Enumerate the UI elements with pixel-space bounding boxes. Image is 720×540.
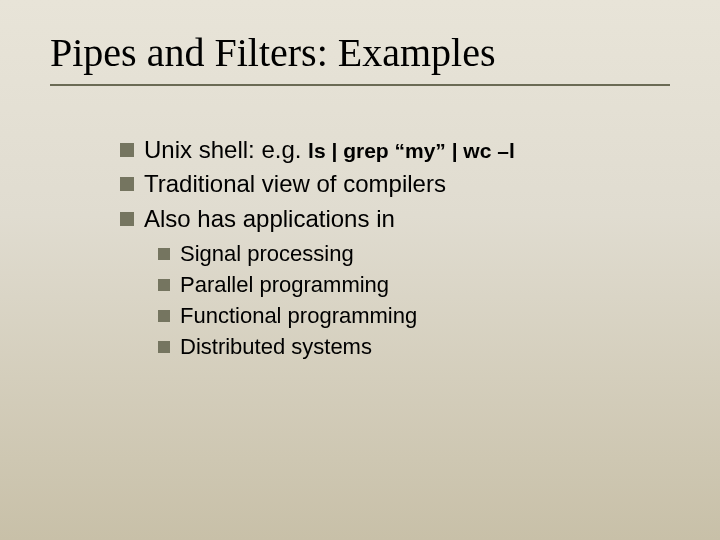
sub-bullet-text: Functional programming <box>180 301 417 332</box>
sub-bullet-text: Parallel programming <box>180 270 389 301</box>
bullet-prefix: Unix shell: e.g. <box>144 136 308 163</box>
bullet-text: Also has applications in <box>144 203 395 235</box>
bullet-list: Unix shell: e.g. ls | grep “my” | wc –l … <box>120 134 670 235</box>
bullet-item: Also has applications in <box>120 203 670 235</box>
bullet-icon <box>158 248 170 260</box>
bullet-text: Traditional view of compilers <box>144 168 446 200</box>
title-rule <box>50 84 670 86</box>
sub-bullet-text: Distributed systems <box>180 332 372 363</box>
bullet-icon <box>120 177 134 191</box>
bullet-item: Unix shell: e.g. ls | grep “my” | wc –l <box>120 134 670 166</box>
slide-title: Pipes and Filters: Examples <box>50 30 670 76</box>
bullet-icon <box>158 279 170 291</box>
bullet-icon <box>158 310 170 322</box>
sub-bullet-item: Functional programming <box>158 301 670 332</box>
sub-bullet-list: Signal processing Parallel programming F… <box>158 239 670 362</box>
bullet-icon <box>120 212 134 226</box>
sub-bullet-item: Distributed systems <box>158 332 670 363</box>
sub-bullet-text: Signal processing <box>180 239 354 270</box>
bullet-text: Unix shell: e.g. ls | grep “my” | wc –l <box>144 134 515 166</box>
bullet-code: ls | grep “my” | wc –l <box>308 139 515 162</box>
bullet-icon <box>120 143 134 157</box>
sub-bullet-item: Signal processing <box>158 239 670 270</box>
bullet-item: Traditional view of compilers <box>120 168 670 200</box>
sub-bullet-item: Parallel programming <box>158 270 670 301</box>
bullet-icon <box>158 341 170 353</box>
slide: Pipes and Filters: Examples Unix shell: … <box>0 0 720 540</box>
